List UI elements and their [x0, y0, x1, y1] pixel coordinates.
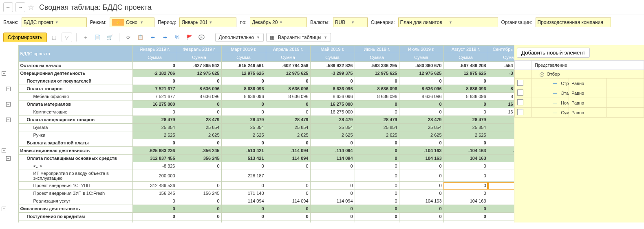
period-from-input[interactable]: Январь 2019 г.▼: [179, 17, 236, 27]
table-row[interactable]: Ручки2 6252 6252 6252 6252 6252 6252 625…: [0, 131, 514, 139]
cell[interactable]: 0: [310, 139, 355, 147]
cell[interactable]: 0: [221, 220, 266, 223]
cell[interactable]: 25 854: [443, 124, 488, 131]
cell[interactable]: 0: [443, 77, 488, 85]
cell[interactable]: 12 975 625: [399, 70, 443, 77]
cell[interactable]: 0: [355, 100, 399, 108]
cell[interactable]: 0: [488, 182, 514, 190]
chevron-down-icon[interactable]: ▼: [209, 20, 234, 24]
table-row[interactable]: Реализация услуг00114 094114 094114 0940…: [0, 197, 514, 205]
cell[interactable]: 25 854: [399, 124, 443, 131]
cell[interactable]: 0: [355, 205, 399, 213]
cell[interactable]: 12 975 625: [177, 70, 221, 77]
filter-row[interactable]: — Этапы ...Равно: [515, 88, 644, 98]
cell[interactable]: 0: [399, 190, 443, 197]
cell[interactable]: 171 140: [221, 190, 266, 197]
cell[interactable]: -625 683 236: [132, 147, 177, 155]
cell[interactable]: 2 625: [266, 131, 310, 139]
generate-button[interactable]: Сформировать: [3, 33, 47, 42]
cell[interactable]: 8 636 096: [266, 85, 310, 93]
cell[interactable]: [266, 170, 310, 182]
cell[interactable]: 0: [177, 182, 221, 190]
cell[interactable]: 0: [310, 190, 355, 197]
cell[interactable]: 0: [443, 139, 488, 147]
filter-row[interactable]: — СуммаРавно: [515, 108, 644, 118]
cell[interactable]: 0: [132, 108, 177, 116]
add-element-button[interactable]: Добавить новый элемент: [517, 48, 590, 58]
cell[interactable]: 200 000: [132, 170, 177, 182]
cell[interactable]: 8 636 096: [221, 85, 266, 93]
cell[interactable]: 0: [177, 139, 221, 147]
cell[interactable]: 0: [266, 139, 310, 147]
chevron-down-icon[interactable]: ▼: [55, 20, 85, 24]
favorite-icon[interactable]: ☆: [28, 3, 34, 12]
table-row[interactable]: Бумага25 85425 85425 85425 85425 85425 8…: [0, 124, 514, 131]
cell[interactable]: 2 625: [488, 131, 514, 139]
cell[interactable]: 0: [221, 213, 266, 220]
cell[interactable]: 28 479: [310, 116, 355, 124]
cell[interactable]: [310, 170, 355, 182]
cell[interactable]: 156 245: [177, 190, 221, 197]
cell[interactable]: 0: [310, 77, 355, 85]
chevron-down-icon[interactable]: ▼: [279, 20, 305, 24]
table-row[interactable]: −Оплата материалов16 275 00000016 275 00…: [0, 100, 514, 108]
table-row[interactable]: −Инвестиционная деятельность-625 683 236…: [0, 147, 514, 155]
cell[interactable]: 0: [132, 205, 177, 213]
table-row[interactable]: −Операционная деятельность-2 182 70612 9…: [0, 70, 514, 77]
cell[interactable]: -104 163: [488, 147, 514, 155]
collapse-icon[interactable]: −: [2, 207, 6, 211]
cell[interactable]: 8 636 096: [399, 93, 443, 100]
cell[interactable]: 0: [399, 205, 443, 213]
cell[interactable]: -602 784 358: [266, 62, 310, 70]
cell[interactable]: -627 865 942: [177, 62, 221, 70]
cell[interactable]: 0: [132, 62, 177, 70]
cell[interactable]: 0: [443, 205, 488, 213]
cell[interactable]: 0: [310, 213, 355, 220]
cell[interactable]: 12 975 625: [221, 70, 266, 77]
cell[interactable]: 2 625: [310, 131, 355, 139]
cell[interactable]: 104 163: [399, 197, 443, 205]
refresh-icon[interactable]: ⟳: [124, 33, 133, 42]
cell[interactable]: -567 489 208: [443, 62, 488, 70]
table-row[interactable]: −Оплата поставщикам основных средств312 …: [0, 155, 514, 162]
cell[interactable]: 114 094: [221, 197, 266, 205]
cell[interactable]: 8 636 096: [355, 93, 399, 100]
table-row[interactable]: Комплектующие000016 275 00000016 275 000: [0, 108, 514, 116]
table-row[interactable]: Выплата основного долга по кредитам00000…: [0, 220, 514, 223]
filter-row[interactable]: — СтрокиРавно: [515, 79, 644, 88]
cell[interactable]: 0: [488, 190, 514, 197]
cell[interactable]: 12 975 625: [266, 70, 310, 77]
cell[interactable]: 312 489 536: [132, 182, 177, 190]
cell[interactable]: 0: [355, 170, 399, 182]
cart-icon[interactable]: 🛒: [105, 33, 115, 42]
cell[interactable]: 0: [177, 197, 221, 205]
collapse-icon[interactable]: −: [6, 156, 11, 161]
cell[interactable]: 0: [266, 190, 310, 197]
cell[interactable]: 2 625: [399, 131, 443, 139]
cell[interactable]: -8 326: [132, 162, 177, 170]
flag-icon[interactable]: 🚩: [185, 33, 194, 42]
cell[interactable]: 8 636 096: [443, 93, 488, 100]
cell[interactable]: 0: [177, 162, 221, 170]
cell[interactable]: 0: [488, 220, 514, 223]
cell[interactable]: 28 479: [443, 116, 488, 124]
cell[interactable]: 356 245: [177, 155, 221, 162]
cell[interactable]: 0: [266, 205, 310, 213]
chevron-down-icon[interactable]: ▼: [449, 20, 496, 24]
cell[interactable]: 312 837 455: [132, 155, 177, 162]
collapse-icon[interactable]: −: [6, 87, 11, 91]
table-row[interactable]: ИТ мероприятия по вводу объекта в эксплу…: [0, 170, 514, 182]
cell[interactable]: 104 163: [488, 197, 514, 205]
cell[interactable]: 0: [355, 197, 399, 205]
cell[interactable]: 0: [399, 213, 443, 220]
cell[interactable]: -580 360 670: [399, 62, 443, 70]
cell[interactable]: 0: [266, 100, 310, 108]
cell[interactable]: 0: [443, 220, 488, 223]
cell[interactable]: 0: [221, 100, 266, 108]
currency-input[interactable]: RUB▼: [333, 17, 368, 27]
cell[interactable]: 0: [443, 213, 488, 220]
cell[interactable]: 104 163: [488, 155, 514, 162]
table-row[interactable]: Остаток на начало0-627 865 942-615 246 5…: [0, 62, 514, 70]
cell[interactable]: -356 245: [177, 147, 221, 155]
cell[interactable]: 8 636 096: [177, 93, 221, 100]
